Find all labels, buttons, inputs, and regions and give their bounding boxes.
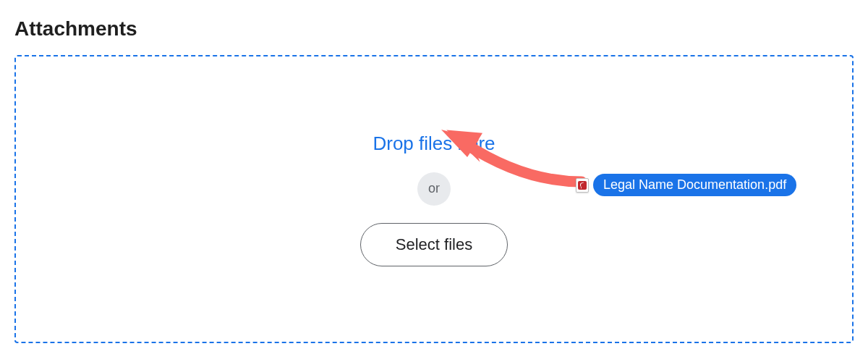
file-dropzone[interactable]: Drop files here or Select files <box>14 55 854 343</box>
section-title: Attachments <box>0 0 868 49</box>
drop-hint-text: Drop files here <box>373 132 495 155</box>
pdf-icon <box>576 178 589 193</box>
dragged-file-name: Legal Name Documentation.pdf <box>593 174 796 196</box>
or-divider: or <box>417 172 451 206</box>
select-files-button[interactable]: Select files <box>360 223 508 266</box>
dragged-file-chip: Legal Name Documentation.pdf <box>576 174 796 196</box>
